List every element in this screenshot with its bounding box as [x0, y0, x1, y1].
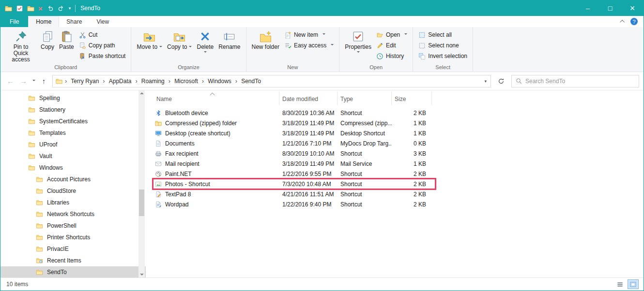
history-button[interactable]: History: [374, 51, 410, 61]
file-row[interactable]: Wordpad 1/22/2016 9:40 PM Shortcut 2 KB: [153, 199, 432, 209]
breadcrumb-chevron-icon[interactable]: [133, 77, 139, 85]
file-row[interactable]: Compressed (zipped) folder 3/18/2019 11:…: [153, 118, 432, 128]
copy-to-button[interactable]: Copy to: [165, 29, 194, 51]
tab-share[interactable]: Share: [59, 16, 89, 27]
tab-file[interactable]: File: [0, 16, 28, 27]
breadcrumb[interactable]: Terry Ryan AppData Roaming Microsoft Win…: [52, 75, 491, 87]
open-dropdown-icon[interactable]: [404, 33, 407, 36]
scroll-up-icon[interactable]: [140, 92, 144, 94]
address-dropdown-icon[interactable]: ▾: [480, 79, 491, 84]
thumbnails-view-button[interactable]: [628, 279, 639, 289]
new-folder-button[interactable]: New folder: [249, 29, 282, 51]
recent-locations-chevron-icon[interactable]: [31, 75, 37, 87]
breadcrumb-chevron-icon[interactable]: [167, 77, 172, 85]
file-row[interactable]: TextPad 8 4/21/2016 11:51 AM Shortcut 2 …: [153, 189, 432, 199]
new-item-dropdown-icon[interactable]: [322, 33, 325, 36]
forward-button[interactable]: →: [17, 75, 30, 87]
sidebar-folder-item[interactable]: PowerShell: [0, 220, 146, 232]
tab-home[interactable]: Home: [28, 16, 59, 27]
file-row[interactable]: Paint.NET 1/22/2016 9:55 PM Shortcut 2 K…: [153, 169, 432, 179]
search-box[interactable]: [511, 75, 639, 87]
new-item-button[interactable]: New item: [282, 29, 336, 40]
file-row[interactable]: Desktop (create shortcut) 3/18/2019 11:4…: [153, 128, 432, 138]
maximize-button[interactable]: □: [599, 0, 621, 16]
breadcrumb-item[interactable]: Microsoft: [167, 75, 200, 87]
breadcrumb-chevron-icon[interactable]: [200, 77, 206, 85]
breadcrumb-chevron-icon[interactable]: [101, 77, 107, 85]
breadcrumb-chevron-icon[interactable]: [233, 77, 239, 85]
breadcrumb-item[interactable]: Windows: [200, 75, 233, 87]
breadcrumb-item[interactable]: SendTo: [233, 75, 263, 87]
invert-selection-button[interactable]: Invert selection: [416, 51, 470, 61]
sidebar-folder-item[interactable]: Printer Shortcuts: [0, 232, 146, 243]
select-all-button[interactable]: Select all: [416, 29, 470, 40]
breadcrumb-item[interactable]: AppData: [101, 75, 133, 87]
properties-qat-icon[interactable]: [16, 5, 23, 12]
collapse-ribbon-icon[interactable]: [620, 20, 625, 25]
details-view-button[interactable]: [614, 279, 626, 289]
sidebar-folder-item[interactable]: Recent Items: [0, 255, 146, 266]
breadcrumb-item[interactable]: Roaming: [133, 75, 166, 87]
scrollbar-thumb[interactable]: [139, 189, 144, 216]
copy-button[interactable]: Copy: [38, 29, 57, 51]
sidebar-folder-item[interactable]: Spelling: [0, 92, 146, 104]
sidebar-folder-item[interactable]: SystemCertificates: [0, 116, 146, 127]
move-to-dropdown-icon[interactable]: [159, 46, 162, 49]
sidebar-folder-item[interactable]: Stationery: [0, 104, 146, 116]
file-row[interactable]: Documents 1/21/2016 7:10 PM MyDocs Drop …: [153, 138, 432, 148]
undo-icon[interactable]: [46, 5, 54, 12]
up-button[interactable]: ↑: [38, 75, 50, 87]
open-button[interactable]: Open: [374, 29, 410, 40]
pin-to-quick-access-button[interactable]: Pin to Quick access: [3, 29, 38, 64]
select-none-button[interactable]: Select none: [416, 40, 470, 51]
rename-button[interactable]: Rename: [216, 29, 243, 51]
column-header-size[interactable]: Size: [392, 91, 432, 105]
sidebar-folder-item[interactable]: SendTo: [0, 266, 146, 277]
sidebar-folder-item[interactable]: CloudStore: [0, 185, 146, 197]
cut-button[interactable]: Cut: [77, 29, 128, 40]
help-icon[interactable]: ?: [630, 18, 638, 25]
delete-dropdown-icon[interactable]: [204, 51, 207, 54]
scroll-down-icon[interactable]: [140, 274, 144, 276]
close-button[interactable]: ×: [621, 0, 644, 16]
breadcrumb-chevron-icon[interactable]: [63, 77, 69, 85]
move-to-button[interactable]: Move to: [134, 29, 165, 51]
tab-view[interactable]: View: [89, 16, 116, 27]
easy-access-dropdown-icon[interactable]: [331, 44, 334, 47]
sidebar-folder-item[interactable]: Libraries: [0, 197, 146, 208]
properties-dropdown-icon[interactable]: [357, 51, 360, 54]
search-input[interactable]: [525, 78, 635, 85]
refresh-button[interactable]: [495, 75, 507, 87]
copy-path-button[interactable]: Copy path: [77, 40, 128, 51]
qat-customize-chevron-icon[interactable]: ▾: [69, 6, 71, 11]
easy-access-button[interactable]: Easy access: [282, 40, 336, 51]
sidebar-folder-item[interactable]: Vault: [0, 150, 146, 162]
titlebar[interactable]: × ▾ SendTo – □ ×: [0, 0, 644, 16]
sidebar-folder-item[interactable]: Templates: [0, 127, 146, 139]
sidebar-folder-item[interactable]: Account Pictures: [0, 174, 146, 185]
sidebar-folder-item[interactable]: PrivacIE: [0, 243, 146, 255]
delete-button[interactable]: Delete: [194, 29, 216, 55]
column-header-name[interactable]: Name: [153, 91, 279, 105]
edit-button[interactable]: Edit: [374, 40, 410, 51]
minimize-button[interactable]: –: [577, 0, 599, 16]
sidebar-folder-item[interactable]: UProof: [0, 139, 146, 150]
file-row[interactable]: Photos - Shortcut 7/3/2020 10:48 AM Shor…: [153, 179, 432, 189]
back-button[interactable]: ←: [4, 75, 16, 87]
redo-icon[interactable]: [58, 5, 65, 12]
paste-button[interactable]: Paste: [57, 29, 77, 51]
breadcrumb-item[interactable]: Terry Ryan: [63, 75, 101, 87]
file-row[interactable]: Bluetooth device 8/30/2019 10:36 AM Shor…: [153, 108, 432, 118]
sidebar-scrollbar[interactable]: [138, 90, 145, 277]
copy-to-dropdown-icon[interactable]: [189, 46, 192, 49]
column-header-type[interactable]: Type: [337, 91, 392, 105]
new-folder-qat-icon[interactable]: [27, 5, 34, 12]
column-header-date-modified[interactable]: Date modified: [279, 91, 337, 105]
sidebar-folder-item[interactable]: Windows: [0, 162, 146, 174]
sidebar-folder-item[interactable]: Network Shortcuts: [0, 208, 146, 220]
file-row[interactable]: Mail recipient 3/18/2019 11:49 PM Mail S…: [153, 159, 432, 169]
file-row[interactable]: Fax recipient 8/30/2019 10:10 AM Shortcu…: [153, 148, 432, 159]
properties-button[interactable]: Properties: [342, 29, 374, 55]
delete-qat-icon[interactable]: ×: [38, 5, 43, 12]
paste-shortcut-button[interactable]: Paste shortcut: [77, 51, 128, 61]
